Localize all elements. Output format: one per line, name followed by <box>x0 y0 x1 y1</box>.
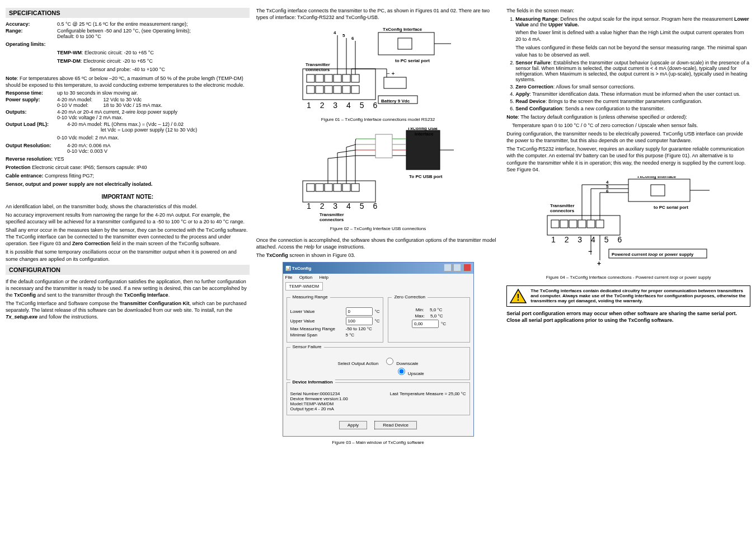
svg-rect-67 <box>547 216 620 235</box>
tab-tempwmdm[interactable]: TEMP-WM/DM <box>285 282 323 291</box>
imp-p4: It is possible that some temporary oscil… <box>6 249 250 262</box>
device-info-legend: Device Information <box>290 380 335 385</box>
power-l1a: 4-20 mA model: <box>57 97 102 102</box>
fig04-caption: Figure 04 – TxConfig Interface connectio… <box>506 275 750 281</box>
f6-b: Send Configuration <box>515 106 562 111</box>
svg-rect-70 <box>569 220 577 228</box>
f2-t: : Establishes the transmitter output beh… <box>515 60 749 82</box>
zero-min-val: 5,0 °C <box>430 307 442 312</box>
close-icon[interactable] <box>463 264 471 271</box>
field-6: Send Configuration: Sends a new configur… <box>515 106 750 111</box>
dev-fw: Device firmware version:1.00 <box>290 396 348 401</box>
read-device-button[interactable]: Read Device <box>374 421 417 429</box>
spec-outputs: Outputs: 4-20 mA or 20-4 mA current, 2-w… <box>6 109 250 120</box>
zero-min-label: Min: <box>416 307 424 312</box>
svg-text:!: ! <box>517 293 520 302</box>
opt-upscale: Upscale <box>408 371 424 376</box>
resp-label: Response time: <box>6 90 57 96</box>
svg-text:1 2 3 4 5 6: 1 2 3 4 5 6 <box>307 202 381 210</box>
temp-note: Note: For temperatures above 65 ºC or be… <box>6 75 250 88</box>
svg-rect-9 <box>316 86 323 93</box>
column-2: The TxConfig interface connects the tran… <box>256 6 500 451</box>
field-3: Zero Correction: Allows for small sensor… <box>515 84 750 90</box>
group-measuring-range: Measuring Range Lower Value °C Upper Val… <box>287 297 384 343</box>
radio-upscale[interactable] <box>398 368 405 375</box>
spec-accuracy: Accuracy: 0.5 °C @ 25 ºC (1.6 ºC for the… <box>6 21 250 27</box>
svg-text:connectors: connectors <box>306 67 330 72</box>
specifications-heading: SPECIFICATIONS <box>6 8 250 18</box>
menu-help[interactable]: Help <box>319 275 328 280</box>
sensor-failure-row: Select Output Action Downscale Upscale <box>290 356 466 376</box>
maximize-icon[interactable] <box>453 264 461 271</box>
minimize-icon[interactable] <box>444 264 452 271</box>
group-zero-correction: Zero Correction Min: 5,0 °C Max: 5,0 °C … <box>388 297 469 343</box>
column-3: The fields in the screen mean: Measuring… <box>506 6 750 451</box>
field-5: Read Device: Brings to the screen the cu… <box>515 99 750 104</box>
row-zero-max: Max: 5,0 °C <box>392 313 466 318</box>
svg-text:connectors: connectors <box>550 208 575 213</box>
f6-t: : Sends a new configuration to the trans… <box>562 106 665 111</box>
isolated-text: Sensor, output and power supply are not … <box>6 181 153 187</box>
col2-once: Once the connection is accomplished, the… <box>256 237 500 250</box>
configuration-heading: CONFIGURATION <box>6 265 250 275</box>
res-l1: 4-20 mA: 0.006 mA <box>67 143 111 148</box>
radio-downscale[interactable] <box>386 358 393 365</box>
fig01-nums: 1 2 3 4 5 6 <box>307 101 381 110</box>
load-l3: 0-10 Vdc model: 2 mA max. <box>57 134 250 141</box>
svg-text:−: − <box>588 247 592 255</box>
svg-text:5: 5 <box>342 33 345 38</box>
load-l1: 4-20 mA model: RL (Ohms max.) = (Vdc – 1… <box>67 121 184 127</box>
mins-val: 5 °C <box>346 332 355 338</box>
svg-text:connectors: connectors <box>320 217 344 222</box>
fig01-battery: Battery 9 Vdc <box>381 99 410 104</box>
outputs-value: 4-20 mA or 20-4 mA current, 2-wire loop … <box>57 109 250 120</box>
field-1: Measuring Range: Defines the output scal… <box>515 16 750 58</box>
group-device-info: Device Information Serial Number:0000123… <box>287 382 470 415</box>
oplimits-l2: TEMP-DM: Electronic circuit: -20 to +65 … <box>57 58 250 64</box>
svg-rect-4 <box>325 74 332 82</box>
menu-file[interactable]: File <box>285 275 293 280</box>
svg-rect-68 <box>551 220 559 228</box>
window-buttons <box>443 264 471 273</box>
fig01-caption: Figure 01 – TxConfig Interface connectio… <box>256 117 500 123</box>
svg-rect-12 <box>342 86 350 93</box>
svg-line-59 <box>355 139 356 142</box>
field-2: Sensor Failure: Establishes the transmit… <box>515 60 750 82</box>
outputs-l2: 0-10 Vdc voltage / 2 mA max. <box>57 115 123 120</box>
txconfig-window: 📊 TxConfig File Option Help TEMP-WM/DM M… <box>283 262 474 437</box>
spec-response: Response time: up to 30 seconds in slow … <box>6 90 250 96</box>
zero-input[interactable] <box>412 320 439 328</box>
upper-input[interactable] <box>346 317 373 325</box>
cfg-p2: The TxConfig Interface and Software comp… <box>6 300 250 320</box>
revres-val: YES <box>54 156 64 162</box>
spec-resolution: Output Resolution: 4-20 mA: 0.006 mA 0-1… <box>6 143 250 154</box>
field-4: Apply: Transmitter identification data. … <box>515 91 750 97</box>
figure-04: TxConfig Interface to PC serial port Tra… <box>506 176 750 271</box>
sensor-failure-legend: Sensor Failure <box>290 344 324 349</box>
dev-last: Last Temperature Measure = 25,00 °C <box>390 391 466 411</box>
svg-line-57 <box>346 144 356 147</box>
txconfig-title-text: 📊 TxConfig <box>285 266 312 271</box>
menu-option[interactable]: Option <box>299 275 313 280</box>
spec-range: Range: Configurable betwen -50 and 120 °… <box>6 28 250 39</box>
figure-01-svg: Transmitter connectors 1 2 3 4 5 6 4 5 <box>300 24 457 114</box>
svg-rect-44 <box>316 184 323 191</box>
upper-unit: °C <box>375 318 380 324</box>
upper-label: Upper Value <box>290 318 344 324</box>
fig02-pcport: To PC USB port <box>409 174 443 179</box>
svg-text:TxConfig USB: TxConfig USB <box>407 128 438 131</box>
serial-error-note: Serial port configuration errors may occ… <box>506 310 750 324</box>
oplimits-l3: Sensor and probe: -40 to +100 °C <box>90 66 250 73</box>
svg-text:Interface: Interface <box>415 132 434 137</box>
svg-rect-6 <box>342 74 350 82</box>
spec-isolated: Sensor, output and power supply are not … <box>6 181 250 188</box>
svg-rect-5 <box>334 74 341 82</box>
apply-button[interactable]: Apply <box>339 421 367 429</box>
lower-input[interactable] <box>346 307 373 316</box>
svg-rect-8 <box>307 86 314 93</box>
svg-rect-43 <box>307 184 314 191</box>
svg-rect-72 <box>587 220 595 228</box>
f3-b: Zero Correction <box>515 84 553 90</box>
txconfig-buttons: Apply Read Device <box>287 418 470 433</box>
power-label: Power supply: <box>6 97 57 108</box>
